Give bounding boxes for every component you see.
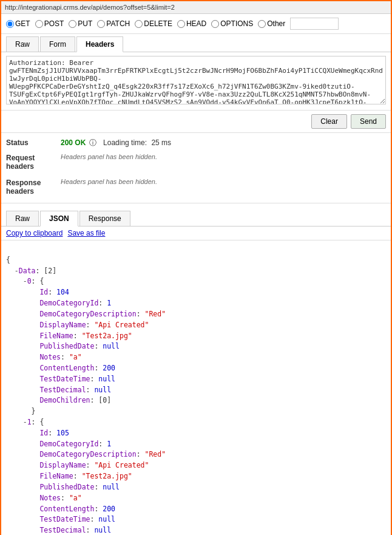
request-headers-label: Request headers — [6, 153, 61, 171]
status-row: Status 200 OK ⓘ Loading time: 25 ms — [6, 138, 386, 148]
response-tab-json[interactable]: JSON — [40, 211, 78, 227]
status-label: Status — [6, 138, 61, 147]
copy-to-clipboard[interactable]: Copy to clipboard — [6, 229, 63, 237]
method-delete[interactable]: DELETE — [135, 19, 172, 28]
response-tab-raw[interactable]: Raw — [6, 211, 39, 226]
method-other[interactable]: Other — [258, 19, 285, 28]
auth-textarea[interactable]: Authorization: Bearer gwFTENmZsjJ1U7URVV… — [6, 56, 386, 104]
collapse-item-1[interactable]: - — [23, 418, 27, 426]
tab-raw[interactable]: Raw — [6, 36, 39, 52]
response-headers-label: Response headers — [6, 178, 61, 196]
action-buttons: Clear Send — [1, 111, 391, 133]
save-as-file[interactable]: Save as file — [67, 229, 105, 237]
method-options[interactable]: OPTIONS — [211, 19, 253, 28]
tab-headers[interactable]: Headers — [76, 36, 123, 52]
method-get[interactable]: GET — [6, 19, 30, 28]
request-tab-row: Raw Form Headers — [1, 34, 391, 52]
request-headers-row: Request headers Headers panel has been h… — [6, 153, 386, 171]
request-headers-message: Headers panel has been hidden. — [61, 153, 157, 160]
method-head[interactable]: HEAD — [177, 19, 206, 28]
method-put[interactable]: PUT — [69, 19, 92, 28]
url-text: http://integrationapi.crms.dev/api/demos… — [5, 4, 175, 11]
json-output: { -Data: [2] -0: { Id: 104 DemoCategoryI… — [1, 240, 391, 535]
response-headers-message: Headers panel has been hidden. — [61, 178, 157, 185]
auth-textarea-container: Authorization: Bearer gwFTENmZsjJ1U7URVV… — [1, 52, 391, 111]
send-button[interactable]: Send — [351, 114, 386, 129]
method-patch[interactable]: PATCH — [97, 19, 130, 28]
collapse-item-0[interactable]: - — [23, 277, 27, 285]
copy-row: Copy to clipboard Save as file — [1, 227, 391, 240]
clear-button[interactable]: Clear — [311, 114, 347, 129]
collapse-data[interactable]: - — [15, 267, 19, 275]
method-post[interactable]: POST — [35, 19, 64, 28]
loading-time-value: 25 ms — [151, 138, 171, 147]
loading-time-label: Loading time: — [103, 138, 147, 147]
status-code: 200 OK — [61, 138, 86, 147]
response-tab-response[interactable]: Response — [79, 211, 130, 226]
status-value: 200 OK ⓘ Loading time: 25 ms — [61, 138, 171, 148]
response-tab-row: Raw JSON Response — [1, 208, 391, 227]
other-input[interactable] — [290, 18, 339, 30]
response-headers-row: Response headers Headers panel has been … — [6, 178, 386, 196]
status-section: Status 200 OK ⓘ Loading time: 25 ms Requ… — [1, 133, 391, 203]
tab-form[interactable]: Form — [40, 36, 75, 52]
url-bar: http://integrationapi.crms.dev/api/demos… — [1, 1, 391, 14]
status-info-icon: ⓘ — [89, 138, 96, 147]
method-row: GET POST PUT PATCH DELETE HEAD OPTIONS O… — [1, 14, 391, 34]
